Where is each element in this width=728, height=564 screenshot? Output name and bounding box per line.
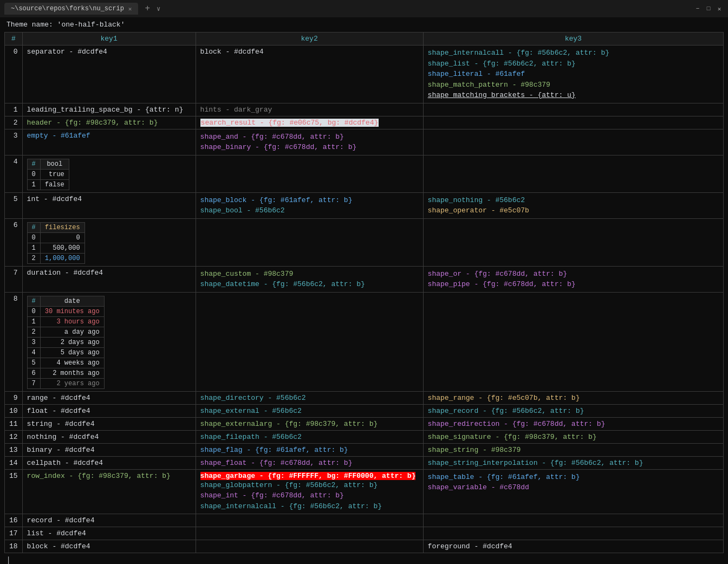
row-num-17: 17 xyxy=(5,527,23,540)
table-row: 12 nothing - #dcdfe4 shape_filepath - #5… xyxy=(5,430,724,443)
row7-key2-datetime: shape_datetime - {fg: #56b6c2, attr: b} xyxy=(200,279,419,290)
date-row-6: 6 2 months ago xyxy=(27,368,104,378)
close-button[interactable]: ✕ xyxy=(715,4,724,13)
tab-label: ~\source\repos\forks\nu_scrip xyxy=(11,5,124,12)
row6-key2 xyxy=(196,218,423,266)
row9-key2: shape_directory - #56b6c2 xyxy=(196,391,423,404)
date-col-date: date xyxy=(40,296,104,306)
table-row: 1 leading_trailing_space_bg - {attr: n} … xyxy=(5,103,724,116)
row15-key3-variable: shape_variable - #c678dd xyxy=(428,482,719,493)
titlebar: ~\source\repos\forks\nu_scrip ✕ + ∨ − □ … xyxy=(0,0,728,17)
row2-key1-text: header - {fg: #98c379, attr: b} xyxy=(27,119,158,127)
date-row-7: 7 2 years ago xyxy=(27,378,104,388)
row14-key2: shape_float - {fg: #c678dd, attr: b} xyxy=(196,456,423,469)
row1-key3 xyxy=(423,103,723,116)
row13-key3: shape_string - #98c379 xyxy=(423,443,723,456)
table-row: 8 # date 0 30 minutes ago xyxy=(5,292,724,391)
date-row2-val: a day ago xyxy=(40,327,104,337)
table-row: 9 range - #dcdfe4 shape_directory - #56b… xyxy=(5,391,724,404)
row15-key2: shape_garbage - {fg: #FFFFFF, bg: #FF000… xyxy=(196,469,423,514)
row12-key2: shape_filepath - #56b6c2 xyxy=(196,430,423,443)
row14-key1: cellpath - #dcdfe4 xyxy=(22,456,196,469)
row9-key1: range - #dcdfe4 xyxy=(22,391,196,404)
row11-key2-text: shape_externalarg - {fg: #98c379, attr: … xyxy=(200,420,378,428)
date-row5-val: 4 weeks ago xyxy=(40,358,104,368)
row0-key3-line3: shape_literal - #61afef xyxy=(428,69,719,80)
row0-key3-line5: shape_matching_brackets - {attr: u} xyxy=(428,90,719,101)
row9-key3-text: shape_range - {fg: #e5c07b, attr: b} xyxy=(428,394,580,402)
date-row-0: 0 30 minutes ago xyxy=(27,306,104,316)
row9-key1-text: range - #dcdfe4 xyxy=(27,394,90,402)
row3-key3 xyxy=(423,129,723,155)
bool-col-hash: # xyxy=(27,159,40,169)
table-row: 18 block - #dcdfe4 foreground - #dcdfe4 xyxy=(5,540,724,553)
cursor-char: │ xyxy=(6,556,11,564)
row0-key2: block - #dcdfe4 xyxy=(196,46,423,103)
row-num-11: 11 xyxy=(5,417,23,430)
table-row: 15 row_index - {fg: #98c379, attr: b} sh… xyxy=(5,469,724,514)
row0-key1-text: separator - #dcdfe4 xyxy=(27,48,107,56)
bool-col-bool: bool xyxy=(40,159,69,169)
date-row-4: 4 5 days ago xyxy=(27,347,104,358)
date-row3-num: 3 xyxy=(27,337,40,347)
row18-key1-text: block - #dcdfe4 xyxy=(27,542,90,550)
fs-row1-val: 500,000 xyxy=(40,243,84,253)
date-row0-num: 0 xyxy=(27,306,40,316)
row5-key3-operator: shape_operator - #e5c07b xyxy=(428,205,719,216)
cursor-line: │ xyxy=(0,553,728,564)
row17-key1: list - #dcdfe4 xyxy=(22,527,196,540)
row-num-13: 13 xyxy=(5,443,23,456)
row12-key3-text: shape_signature - {fg: #98c379, attr: b} xyxy=(428,433,597,441)
bool-row1-num: 1 xyxy=(27,179,40,190)
date-table: # date 0 30 minutes ago 1 3 hours ago xyxy=(27,296,105,389)
date-row-1: 1 3 hours ago xyxy=(27,316,104,327)
row12-key2-text: shape_filepath - #56b6c2 xyxy=(200,433,302,441)
row13-key2-text: shape_flag - {fg: #61afef, attr: b} xyxy=(200,446,348,454)
row2-key2: search_result - {fg: #e06c75, bg: #dcdfe… xyxy=(196,116,423,129)
row6-key1: # filesizes 0 0 1 500,000 xyxy=(22,218,196,266)
row2-key3 xyxy=(423,116,723,129)
row-num-9: 9 xyxy=(5,391,23,404)
row10-key1: float - #dcdfe4 xyxy=(22,404,196,417)
col-key1-header: key1 xyxy=(22,33,196,46)
row18-key3-fg: foreground - #dcdfe4 xyxy=(428,542,512,550)
row10-key3: shape_record - {fg: #56b6c2, attr: b} xyxy=(423,404,723,417)
fs-row-2: 2 1,000,000 xyxy=(27,253,84,263)
theme-name-text: Theme name: 'one-half-black' xyxy=(6,21,125,29)
row17-key3 xyxy=(423,527,723,540)
active-tab[interactable]: ~\source\repos\forks\nu_scrip ✕ xyxy=(4,3,138,15)
row5-key1: int - #dcdfe4 xyxy=(22,192,196,218)
date-row6-val: 2 months ago xyxy=(40,368,104,378)
tab-chevron-icon[interactable]: ∨ xyxy=(157,5,160,13)
row14-key2-text: shape_float - {fg: #c678dd, attr: b} xyxy=(200,459,353,467)
tab-close-icon[interactable]: ✕ xyxy=(128,5,132,12)
bool-row0-val: true xyxy=(40,169,69,179)
row-num-12: 12 xyxy=(5,430,23,443)
row15-key2-internalcall: shape_internalcall - {fg: #56b6c2, attr:… xyxy=(200,501,419,512)
minimize-button[interactable]: − xyxy=(693,4,702,13)
col-key2-header: key2 xyxy=(196,33,423,46)
row7-key1: duration - #dcdfe4 xyxy=(22,266,196,292)
row14-key1-text: cellpath - #dcdfe4 xyxy=(27,459,103,467)
row0-key3-line2: shape_list - {fg: #56b6c2, attr: b} xyxy=(428,59,719,69)
row0-key3-line4: shape_match_pattern - #98c379 xyxy=(428,80,719,90)
row4-key2 xyxy=(196,155,423,192)
table-row: 14 cellpath - #dcdfe4 shape_float - {fg:… xyxy=(5,456,724,469)
date-row1-val: 3 hours ago xyxy=(40,316,104,327)
row2-key2-search: search_result - {fg: #e06c75, bg: #dcdfe… xyxy=(200,119,379,127)
date-row0-val: 30 minutes ago xyxy=(40,306,104,316)
row3-key2-binary: shape_binary - {fg: #c678dd, attr: b} xyxy=(200,142,419,153)
row13-key2: shape_flag - {fg: #61afef, attr: b} xyxy=(196,443,423,456)
row0-key2-text: block - #dcdfe4 xyxy=(200,48,264,56)
fs-row-0: 0 0 xyxy=(27,232,84,243)
table-row: 2 header - {fg: #98c379, attr: b} search… xyxy=(5,116,724,129)
table-row: 3 empty - #61afef shape_and - {fg: #c678… xyxy=(5,129,724,155)
row-num-4: 4 xyxy=(5,155,23,192)
maximize-button[interactable]: □ xyxy=(704,4,713,13)
date-row-3: 3 2 days ago xyxy=(27,337,104,347)
row4-key3 xyxy=(423,155,723,192)
table-row: 6 # filesizes 0 0 xyxy=(5,218,724,266)
new-tab-button[interactable]: + xyxy=(140,4,154,14)
window-controls: − □ ✕ xyxy=(693,4,724,13)
row-num-18: 18 xyxy=(5,540,23,553)
